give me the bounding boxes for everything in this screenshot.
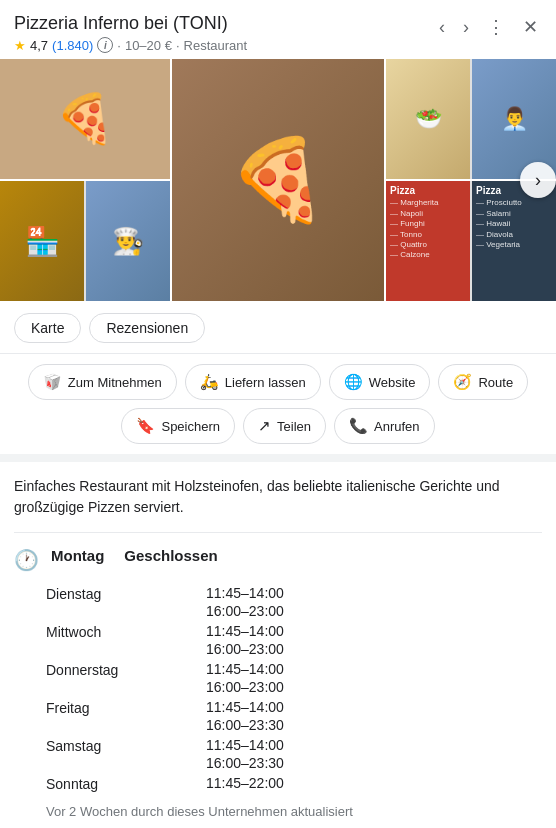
times-freitag: 11:45–14:00 16:00–23:30	[206, 698, 284, 734]
action-liefern[interactable]: 🛵 Liefern lassen	[185, 364, 321, 400]
day-freitag: Freitag	[46, 698, 206, 734]
meta-separator-2: ·	[176, 38, 180, 53]
delivery-label: Liefern lassen	[225, 375, 306, 390]
phone-label: Anrufen	[374, 419, 420, 434]
phone-icon: 📞	[349, 417, 368, 435]
action-anrufen[interactable]: 📞 Anrufen	[334, 408, 435, 444]
times-donnerstag: 11:45–14:00 16:00–23:00	[206, 660, 284, 696]
back-button[interactable]: ‹	[435, 14, 449, 40]
photo-bottom-left[interactable]: 🏪 👨‍🍳	[0, 181, 170, 301]
share-label: Teilen	[277, 419, 311, 434]
action-row-2: 🔖 Speichern ↗ Teilen 📞 Anrufen	[0, 404, 556, 454]
action-route[interactable]: 🧭 Route	[438, 364, 528, 400]
hours-row-dienstag: Dienstag 11:45–14:00 16:00–23:00	[46, 584, 542, 620]
share-icon: ↗	[258, 417, 271, 435]
website-icon: 🌐	[344, 373, 363, 391]
takeout-label: Zum Mitnehmen	[68, 375, 162, 390]
save-label: Speichern	[161, 419, 220, 434]
day-sonntag: Sonntag	[46, 774, 206, 794]
time-mittwoch-1: 11:45–14:00	[206, 622, 284, 640]
time-freitag-2: 16:00–23:30	[206, 716, 284, 734]
day-samstag: Samstag	[46, 736, 206, 772]
action-teilen[interactable]: ↗ Teilen	[243, 408, 326, 444]
tabs-row: Karte Rezensionen	[0, 301, 556, 354]
day-donnerstag: Donnerstag	[46, 660, 206, 696]
close-button[interactable]: ✕	[519, 14, 542, 40]
hours-header: 🕐 Montag Geschlossen	[14, 547, 542, 572]
day-dienstag: Dienstag	[46, 584, 206, 620]
photo-1[interactable]: 🍕	[0, 59, 170, 179]
header: Pizzeria Inferno bei (TONI) ★ 4,7 (1.840…	[0, 0, 556, 59]
day-mittwoch: Mittwoch	[46, 622, 206, 658]
time-dienstag-2: 16:00–23:00	[206, 602, 284, 620]
hours-row-sonntag: Sonntag 11:45–22:00	[46, 774, 542, 794]
rating-star: ★	[14, 38, 26, 53]
more-button[interactable]: ⋮	[483, 14, 509, 40]
delivery-icon: 🛵	[200, 373, 219, 391]
time-mittwoch-2: 16:00–23:00	[206, 640, 284, 658]
time-dienstag-1: 11:45–14:00	[206, 584, 284, 602]
photo-grid: 🍕 🏪 👨‍🍳 🍕 🥗 👨‍💼 Pizza — Margherita— Napo…	[0, 59, 556, 301]
action-website[interactable]: 🌐 Website	[329, 364, 431, 400]
place-title: Pizzeria Inferno bei (TONI)	[14, 12, 247, 35]
photo-right-top[interactable]: 🥗 👨‍💼	[386, 59, 556, 179]
time-sonntag-1: 11:45–22:00	[206, 774, 284, 792]
time-samstag-2: 16:00–23:30	[206, 754, 284, 772]
description: Einfaches Restaurant mit Holzsteinofen, …	[0, 462, 556, 532]
tab-karte[interactable]: Karte	[14, 313, 81, 343]
header-icons: ‹ › ⋮ ✕	[435, 12, 542, 40]
hours-row-donnerstag: Donnerstag 11:45–14:00 16:00–23:00	[46, 660, 542, 696]
time-donnerstag-2: 16:00–23:00	[206, 678, 284, 696]
review-count[interactable]: (1.840)	[52, 38, 93, 53]
save-icon: 🔖	[136, 417, 155, 435]
today-day: Montag	[51, 547, 104, 564]
hours-row-mittwoch: Mittwoch 11:45–14:00 16:00–23:00	[46, 622, 542, 658]
header-title-block: Pizzeria Inferno bei (TONI) ★ 4,7 (1.840…	[14, 12, 247, 53]
meta-separator-1: ·	[117, 38, 121, 53]
hours-section: 🕐 Montag Geschlossen Dienstag 11:45–14:0…	[0, 533, 556, 828]
route-icon: 🧭	[453, 373, 472, 391]
next-photo-button[interactable]: ›	[520, 162, 556, 198]
takeout-icon: 🥡	[43, 373, 62, 391]
action-zum-mitnehmen[interactable]: 🥡 Zum Mitnehmen	[28, 364, 177, 400]
tab-rezensionen[interactable]: Rezensionen	[89, 313, 205, 343]
photo-center[interactable]: 🍕	[172, 59, 384, 301]
clock-icon: 🕐	[14, 548, 39, 572]
times-mittwoch: 11:45–14:00 16:00–23:00	[206, 622, 284, 658]
forward-button[interactable]: ›	[459, 14, 473, 40]
rating-value: 4,7	[30, 38, 48, 53]
hours-row-freitag: Freitag 11:45–14:00 16:00–23:30	[46, 698, 542, 734]
action-row-1: 🥡 Zum Mitnehmen 🛵 Liefern lassen 🌐 Websi…	[0, 354, 556, 404]
time-donnerstag-1: 11:45–14:00	[206, 660, 284, 678]
times-dienstag: 11:45–14:00 16:00–23:00	[206, 584, 284, 620]
header-meta: ★ 4,7 (1.840) i · 10–20 € · Restaurant	[14, 37, 247, 53]
updated-note: Vor 2 Wochen durch dieses Unternehmen ak…	[14, 804, 542, 819]
hours-today-row: Montag Geschlossen	[51, 547, 218, 564]
times-samstag: 11:45–14:00 16:00–23:30	[206, 736, 284, 772]
hours-row-samstag: Samstag 11:45–14:00 16:00–23:30	[46, 736, 542, 772]
time-samstag-1: 11:45–14:00	[206, 736, 284, 754]
hours-table: Dienstag 11:45–14:00 16:00–23:00 Mittwoc…	[14, 584, 542, 794]
time-freitag-1: 11:45–14:00	[206, 698, 284, 716]
category: Restaurant	[184, 38, 248, 53]
price-range: 10–20 €	[125, 38, 172, 53]
info-icon[interactable]: i	[97, 37, 113, 53]
times-sonntag: 11:45–22:00	[206, 774, 284, 794]
section-divider	[0, 454, 556, 462]
website-label: Website	[369, 375, 416, 390]
route-label: Route	[478, 375, 513, 390]
action-speichern[interactable]: 🔖 Speichern	[121, 408, 235, 444]
photo-right-bottom[interactable]: Pizza — Margherita— Napoli— Funghi— Tonn…	[386, 181, 556, 301]
today-status: Geschlossen	[124, 547, 217, 564]
